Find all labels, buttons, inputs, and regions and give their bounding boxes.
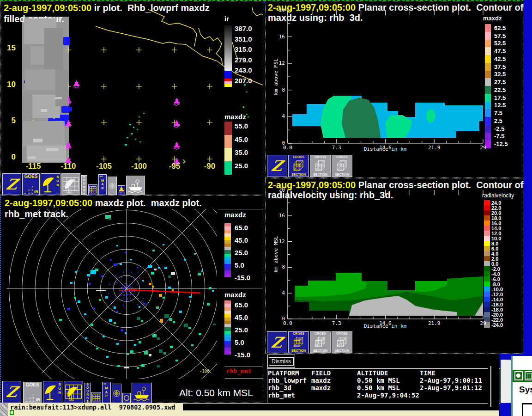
colorbar-ir-label: 243.0	[235, 66, 252, 74]
terminal-cursor	[10, 410, 14, 415]
colorbar-rv-block	[484, 236, 490, 241]
radar-echo	[129, 287, 131, 288]
xs-xtick-label: 14.6	[379, 145, 393, 151]
radar-echo	[70, 282, 73, 284]
toolbar-button-goes[interactable]: GOESIR	[22, 173, 40, 195]
ppi-title-text: maxdz plot. maxdz plot.	[92, 198, 202, 208]
radar-echo	[168, 287, 171, 289]
colorbar-ppi1-block	[224, 274, 231, 278]
radar-echo	[163, 352, 166, 355]
colorbar-xsmaxdz-label: -12.5	[494, 141, 508, 147]
ppi-altitude-label: Alt: 0.50 km MSL	[179, 387, 253, 398]
radar-echo	[59, 319, 62, 321]
toolbar-button-sur[interactable]: SUR	[43, 381, 62, 403]
radar-echo	[123, 285, 124, 286]
toolbar-button-goes[interactable]: GOESIR	[23, 382, 42, 403]
toolbar-button-sgrid[interactable]	[91, 392, 101, 403]
toolbar-button-circle[interactable]	[122, 393, 131, 403]
toolbar-button-bounds[interactable]: BOUNDS	[85, 383, 91, 403]
ir-ytick-label: 5	[3, 116, 16, 125]
ir-xtick-label: -105	[90, 162, 118, 171]
cs-icon	[289, 159, 308, 173]
radar-echo	[85, 337, 87, 339]
toolbar-button-cs[interactable]: CROSSSECTION	[310, 331, 331, 353]
radar-echo	[108, 293, 109, 294]
xs-xtick-label: 29	[476, 145, 490, 151]
toolbar-button-zebra[interactable]: Z	[267, 331, 287, 353]
toolbar-button-cs[interactable]: CROSSSECTION	[288, 331, 309, 353]
colorbar-xsmaxdz-block	[485, 86, 491, 94]
radar-echo	[109, 319, 112, 322]
radar-echo	[148, 265, 152, 268]
radar-echo	[127, 285, 128, 286]
satellite-cloud-patch	[54, 97, 62, 99]
radar-echo	[105, 296, 108, 299]
toolbar-button-ship[interactable]	[126, 176, 145, 195]
radar-echo	[124, 367, 129, 368]
toolbar-button-cs[interactable]: CROSSSECTION	[332, 155, 352, 177]
ir-xtick-label: -115	[19, 162, 47, 171]
xs-ytick-label: 12	[278, 239, 285, 245]
radar-echo	[121, 277, 122, 278]
sgrid-icon	[89, 185, 97, 194]
radar-echo	[158, 267, 160, 269]
toolbar-button-bounds[interactable]: BOUNDS	[81, 175, 87, 195]
toolbar-button-zebra[interactable]: Z	[267, 155, 287, 177]
system-window[interactable]: Syst	[511, 356, 532, 416]
window-fragment-black	[488, 365, 499, 408]
radar-echo	[99, 299, 101, 301]
colorbar-xsmaxdz-block	[485, 47, 491, 55]
toolbar-button-zebra[interactable]: Z	[2, 173, 21, 195]
circle-icon	[123, 394, 130, 402]
cross-label: CROSS	[314, 155, 326, 159]
cold-cloud-blob	[70, 107, 72, 111]
radar-echo	[188, 327, 191, 329]
radar-echo	[124, 288, 126, 289]
terminal-scrollbar[interactable]	[0, 403, 8, 416]
document-icon[interactable]	[525, 371, 532, 380]
toolbar-button-web[interactable]	[112, 384, 121, 403]
colorbar-ppi2-block	[224, 351, 231, 355]
toolbar-button-ship[interactable]	[132, 383, 152, 403]
colorbar-xsmaxdz-label: 2.5	[494, 117, 502, 124]
toolbar-button-gridradar[interactable]	[64, 381, 83, 403]
toolbar-button-gridradar[interactable]	[61, 173, 80, 195]
toolbar-button-web[interactable]	[108, 177, 117, 195]
toolbar-button-buoy[interactable]	[118, 185, 125, 195]
toolbar-button-map[interactable]: MAP**	[102, 382, 111, 403]
dismiss-button[interactable]: Dismiss	[267, 355, 295, 368]
radar-echo	[123, 294, 125, 296]
radar-echo	[111, 301, 112, 302]
toolbar-button-map[interactable]: MAP**	[98, 174, 107, 195]
radar-echo	[109, 218, 111, 220]
radar-echo	[121, 287, 122, 288]
toolbar-button-sur[interactable]: SUR	[41, 173, 60, 195]
colorbar-ppi1-label: -15.0	[235, 274, 250, 281]
radar-echo	[121, 290, 123, 291]
system-window-titlebar[interactable]	[513, 370, 532, 382]
radar-speck	[139, 116, 140, 117]
satellite-cloud-patch	[41, 109, 47, 112]
satellite-dish-icon	[24, 392, 35, 402]
radar-echo	[134, 344, 136, 346]
radar-echo	[89, 283, 91, 285]
radar-echo	[189, 296, 192, 298]
colorbar-ir-label: 279.0	[235, 56, 252, 64]
toolbar-button-cs[interactable]: CROSSSECTION	[310, 155, 331, 177]
separator-line	[218, 288, 263, 288]
radar-echo	[141, 291, 142, 292]
minimize-icon[interactable]	[514, 371, 523, 380]
toolbar-button-sgrid[interactable]	[88, 184, 97, 195]
radar-echo	[124, 290, 125, 291]
cs-icon	[289, 336, 308, 349]
radar-echo	[127, 276, 128, 277]
toolbar-button-cs[interactable]: CROSSSECTION	[332, 331, 352, 353]
xs-ytick-label: 4	[278, 290, 285, 296]
grid-cross-icon	[101, 156, 107, 162]
toolbar-button-zebra[interactable]: Z	[2, 381, 21, 403]
radar-echo	[127, 294, 128, 295]
radar-echo	[96, 348, 98, 349]
radar-echo	[149, 354, 151, 356]
toolbar-button-cs[interactable]: CROSSSECTION	[288, 155, 309, 177]
radar-echo	[87, 274, 90, 276]
